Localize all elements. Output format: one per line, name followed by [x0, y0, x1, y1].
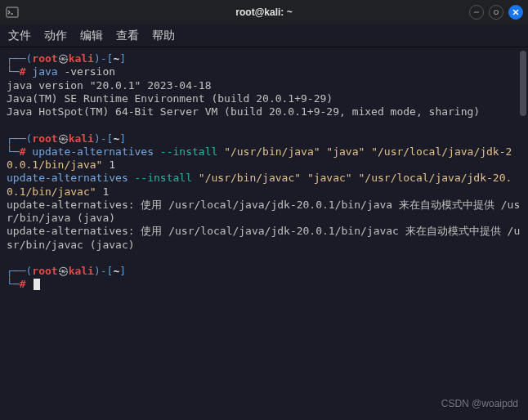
window-controls [469, 5, 523, 20]
maximize-button[interactable] [489, 5, 503, 20]
titlebar: root@kali: ~ [0, 0, 528, 25]
terminal-content[interactable]: ┌──(root㉿kali)-[~]└─# java -versionjava … [7, 52, 521, 415]
menu-actions[interactable]: 动作 [44, 29, 67, 43]
prompt-command: update-alternatives --install "/usr/bin/… [7, 172, 521, 199]
menubar: 文件 动作 编辑 查看 帮助 [0, 25, 528, 47]
prompt-top: ┌──(root㉿kali)-[~] [7, 132, 521, 145]
terminal[interactable]: ┌──(root㉿kali)-[~]└─# java -versionjava … [0, 47, 528, 420]
prompt-top: ┌──(root㉿kali)-[~] [7, 265, 521, 278]
close-button[interactable] [508, 5, 523, 20]
menu-file[interactable]: 文件 [8, 29, 31, 43]
prompt-command: └─# java -version [7, 65, 521, 78]
prompt-command: └─# [7, 278, 521, 291]
cursor [34, 279, 40, 290]
menu-help[interactable]: 帮助 [152, 29, 175, 43]
svg-point-3 [494, 11, 499, 15]
watermark: CSDN @woaipdd [441, 398, 518, 410]
prompt-top: ┌──(root㉿kali)-[~] [7, 52, 521, 65]
prompt-command: └─# update-alternatives --install "/usr/… [7, 145, 521, 172]
menu-view[interactable]: 查看 [116, 29, 139, 43]
scrollbar[interactable] [520, 51, 526, 116]
terminal-output: update-alternatives: 使用 /usr/local/java/… [7, 199, 521, 252]
window-title: root@kali: ~ [235, 7, 292, 18]
minimize-button[interactable] [469, 5, 484, 20]
terminal-output: java version "20.0.1" 2023-04-18 Java(TM… [7, 79, 521, 119]
terminal-icon [5, 5, 20, 20]
menu-edit[interactable]: 编辑 [80, 29, 103, 43]
svg-rect-0 [7, 7, 18, 17]
